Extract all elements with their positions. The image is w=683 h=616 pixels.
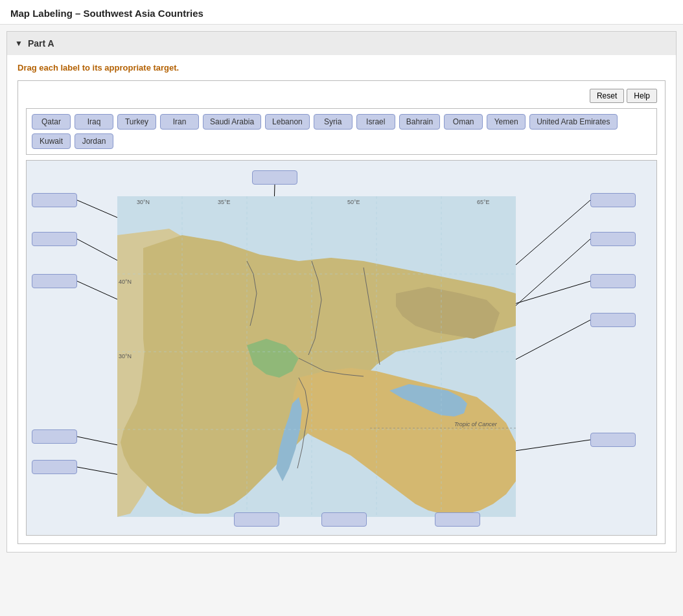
drop-target-left-1[interactable] (32, 193, 77, 207)
label-yemen[interactable]: Yemen (487, 114, 526, 130)
drop-target-bottom-2[interactable] (321, 512, 367, 527)
reset-button[interactable]: Reset (590, 89, 624, 103)
map-svg: Tropic of Cancer 30°N 35°E 50°E 65°E 40°… (117, 196, 516, 517)
labels-bank: Qatar Iraq Turkey Iran Saudi Arabia Leba… (26, 108, 657, 155)
label-jordan[interactable]: Jordan (75, 133, 113, 149)
label-uae[interactable]: United Arab Emirates (529, 114, 617, 130)
svg-text:Tropic of Cancer: Tropic of Cancer (454, 421, 498, 428)
label-turkey[interactable]: Turkey (117, 114, 156, 130)
svg-line-8 (506, 440, 590, 452)
drop-target-left-3[interactable] (32, 274, 77, 288)
part-a-label: Part A (28, 38, 54, 49)
svg-text:30°N: 30°N (137, 199, 150, 205)
drop-target-left-2[interactable] (32, 232, 77, 246)
drop-target-right-4[interactable] (590, 313, 636, 327)
drop-target-right-5[interactable] (590, 433, 636, 447)
label-oman[interactable]: Oman (444, 114, 483, 130)
svg-text:65°E: 65°E (477, 199, 490, 205)
drop-target-right-1[interactable] (590, 193, 636, 207)
label-syria[interactable]: Syria (314, 114, 353, 130)
part-a-header[interactable]: ▼ Part A (7, 32, 676, 55)
drop-target-top-center[interactable] (252, 170, 297, 185)
label-saudi-arabia[interactable]: Saudi Arabia (203, 114, 261, 130)
label-iraq[interactable]: Iraq (75, 114, 113, 130)
drop-target-left-5[interactable] (32, 460, 77, 474)
drop-target-right-2[interactable] (590, 232, 636, 246)
svg-text:40°N: 40°N (119, 279, 132, 285)
drop-target-bottom-1[interactable] (234, 512, 279, 527)
toolbar: Reset Help (26, 89, 657, 103)
collapse-arrow-icon: ▼ (15, 39, 23, 48)
drop-target-right-3[interactable] (590, 274, 636, 288)
label-israel[interactable]: Israel (356, 114, 395, 130)
help-button[interactable]: Help (627, 89, 657, 103)
map-image: Tropic of Cancer 30°N 35°E 50°E 65°E 40°… (117, 196, 516, 517)
part-a-section: ▼ Part A Drag each label to its appropri… (6, 31, 677, 553)
drop-target-left-4[interactable] (32, 429, 77, 444)
svg-text:30°N: 30°N (119, 353, 132, 359)
svg-text:35°E: 35°E (218, 199, 231, 205)
label-qatar[interactable]: Qatar (32, 114, 71, 130)
drop-target-bottom-3[interactable] (435, 512, 480, 527)
page-title: Map Labeling – Southwest Asia Countries (0, 0, 683, 25)
part-a-body: Drag each label to its appropriate targe… (7, 55, 676, 552)
instructions-text: Drag each label to its appropriate targe… (17, 63, 666, 73)
label-iran[interactable]: Iran (160, 114, 199, 130)
svg-text:50°E: 50°E (347, 199, 360, 205)
label-kuwait[interactable]: Kuwait (32, 133, 71, 149)
map-container: Tropic of Cancer 30°N 35°E 50°E 65°E 40°… (26, 160, 657, 536)
drag-area: Reset Help Qatar Iraq Turkey Iran Saudi … (17, 80, 666, 544)
label-lebanon[interactable]: Lebanon (265, 114, 310, 130)
label-bahrain[interactable]: Bahrain (399, 114, 440, 130)
